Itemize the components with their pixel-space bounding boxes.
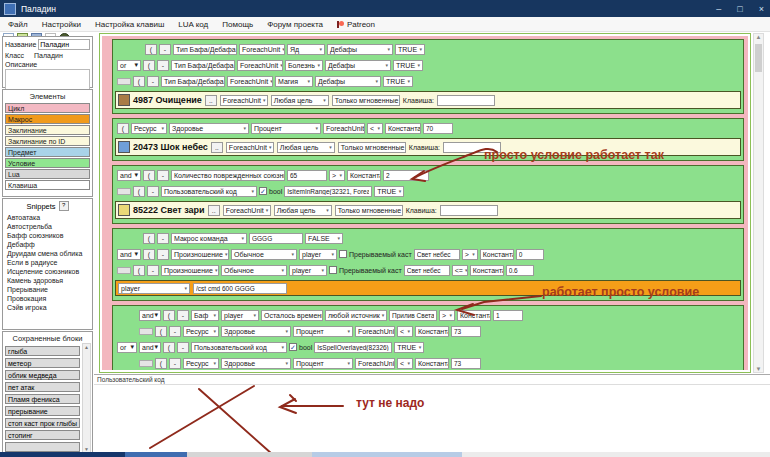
dropdown[interactable]: Константа▾ [457, 310, 491, 321]
dropdown[interactable]: Только мгновенные▾ [335, 205, 403, 216]
dropdown[interactable]: Ресурс▾ [131, 123, 167, 134]
more-button[interactable]: .. [208, 205, 220, 216]
text-input[interactable] [423, 123, 453, 134]
checkbox-icon[interactable] [329, 266, 337, 274]
dropdown[interactable]: Баф▾ [191, 310, 219, 321]
dropdown[interactable]: Константа▾ [347, 170, 381, 181]
menu-item-Помощь[interactable]: Помощь [222, 20, 253, 29]
remove-button[interactable]: - [147, 265, 159, 276]
dropdown[interactable]: Произношение▾ [161, 265, 219, 276]
paren-button[interactable]: ( [163, 342, 175, 353]
dropdown[interactable]: Константа▾ [470, 265, 504, 276]
help-button[interactable]: ? [59, 201, 69, 211]
dropdown[interactable]: ForeachUnit▾ [355, 326, 395, 337]
saved-block-item[interactable]: прерывание [5, 406, 80, 416]
connector-handle[interactable] [117, 78, 131, 85]
paren-button[interactable]: ( [117, 123, 129, 134]
dropdown[interactable]: Здоровье▾ [169, 123, 249, 134]
dropdown[interactable]: Обычное▾ [221, 265, 287, 276]
dropdown[interactable]: Тип Бафа/Дебафа▾ [173, 44, 237, 55]
spell-row[interactable]: 4987 Очищение..ForeachUnit▾Любая цель▾То… [115, 91, 741, 109]
dropdown[interactable]: or▾ [117, 342, 137, 353]
dropdown[interactable]: player▾ [221, 310, 259, 321]
saved-block-item[interactable]: стоп каст прок глыбы [5, 418, 80, 428]
dropdown[interactable]: Только мгновенные▾ [332, 95, 400, 106]
dropdown[interactable]: <▾ [367, 123, 383, 134]
dropdown[interactable]: Дебафы▾ [327, 44, 393, 55]
saved-block-item[interactable]: облик медведа [5, 370, 80, 380]
paren-button[interactable]: ( [163, 310, 175, 321]
more-button[interactable]: .. [205, 95, 217, 106]
paren-button[interactable]: ( [145, 44, 157, 55]
dropdown[interactable]: Константа▾ [415, 358, 449, 369]
text-input[interactable] [249, 233, 303, 244]
menu-item-patreon[interactable]: Patreon [337, 20, 375, 29]
text-input[interactable] [437, 95, 495, 106]
menu-item-Форум проекта[interactable]: Форум проекта [267, 20, 323, 29]
snippet-item[interactable]: Автоатака [3, 213, 92, 222]
dropdown[interactable]: Обычное▾ [231, 249, 297, 260]
checkbox-field[interactable]: Прерываемый каст [329, 266, 402, 274]
connector-handle[interactable] [139, 328, 153, 335]
dropdown[interactable]: Только мгновенные▾ [338, 142, 406, 153]
name-input[interactable] [38, 39, 90, 50]
paren-button[interactable]: ( [133, 265, 145, 276]
spell-row[interactable]: 85222 Свет зари..ForeachUnit▾Любая цель▾… [115, 201, 741, 219]
minimize-button[interactable]: – [716, 4, 721, 14]
dropdown[interactable]: Количество поврежденных союзников▾ [171, 170, 285, 181]
dropdown[interactable]: <=▾ [452, 265, 468, 276]
element-item-Заклинание по ID[interactable]: Заклинание по ID [5, 136, 90, 146]
remove-button[interactable]: - [157, 170, 169, 181]
dropdown[interactable]: >▾ [329, 170, 345, 181]
menu-item-LUA код[interactable]: LUA код [178, 20, 208, 29]
text-input[interactable] [440, 205, 498, 216]
menu-item-Настройки[interactable]: Настройки [42, 20, 81, 29]
saved-block-item[interactable]: метеор [5, 358, 80, 368]
snippet-item[interactable]: Дебафф [3, 240, 92, 249]
snippet-item[interactable]: Прерывание [3, 285, 92, 294]
text-input[interactable] [389, 310, 437, 321]
dropdown[interactable]: TRUE▾ [393, 60, 423, 71]
dropdown[interactable]: ForeachUnit▾ [227, 76, 273, 87]
main-scrollbar[interactable]: ▲▼ [753, 33, 764, 373]
dropdown[interactable]: Яд▾ [287, 44, 325, 55]
dropdown[interactable]: and▾ [139, 342, 161, 353]
element-item-Предмет[interactable]: Предмет [5, 147, 90, 157]
dropdown[interactable]: and▾ [139, 310, 161, 321]
remove-button[interactable]: - [177, 342, 189, 353]
dropdown[interactable]: ForeachUnit▾ [220, 95, 268, 106]
dropdown[interactable]: TRUE▾ [374, 186, 404, 197]
saved-block-item[interactable]: стопинг [5, 430, 80, 440]
connector-handle[interactable] [139, 360, 153, 367]
dropdown[interactable]: FALSE▾ [305, 233, 343, 244]
checkbox-field[interactable]: ✓bool [289, 343, 312, 351]
saved-block-item[interactable]: глыба [5, 346, 80, 356]
dropdown[interactable]: and▾ [117, 249, 141, 260]
dropdown[interactable]: Любая цель▾ [274, 205, 332, 216]
dropdown[interactable]: Дебафы▾ [315, 76, 381, 87]
dropdown[interactable]: player▾ [289, 265, 327, 276]
dropdown[interactable]: Константа▾ [415, 326, 449, 337]
dropdown[interactable]: <▾ [397, 326, 413, 337]
text-input[interactable] [516, 249, 544, 260]
text-input[interactable] [284, 186, 372, 197]
checkbox-icon[interactable]: ✓ [259, 187, 267, 195]
dropdown[interactable]: Любая цель▾ [277, 142, 335, 153]
dropdown[interactable]: ForeachUnit▾ [226, 142, 274, 153]
saved-block-item[interactable] [5, 442, 80, 452]
dropdown[interactable]: and▾ [117, 170, 141, 181]
dropdown[interactable]: Здоровье▾ [221, 326, 291, 337]
dropdown[interactable]: Константа▾ [480, 249, 514, 260]
remove-button[interactable]: - [157, 233, 169, 244]
menu-item-Файл[interactable]: Файл [8, 20, 28, 29]
dropdown[interactable]: ForeachUnit▾ [323, 123, 365, 134]
checkbox-icon[interactable] [339, 250, 347, 258]
snippet-item[interactable]: Автострельба [3, 222, 92, 231]
dropdown[interactable]: любой источник▾ [325, 310, 387, 321]
checkbox-icon[interactable]: ✓ [289, 343, 297, 351]
dropdown[interactable]: Константа▾ [385, 123, 421, 134]
text-input[interactable] [451, 326, 481, 337]
dropdown[interactable]: Ресурс▾ [183, 358, 219, 369]
snippet-item[interactable]: Провокация [3, 294, 92, 303]
dropdown[interactable]: >▾ [439, 310, 455, 321]
